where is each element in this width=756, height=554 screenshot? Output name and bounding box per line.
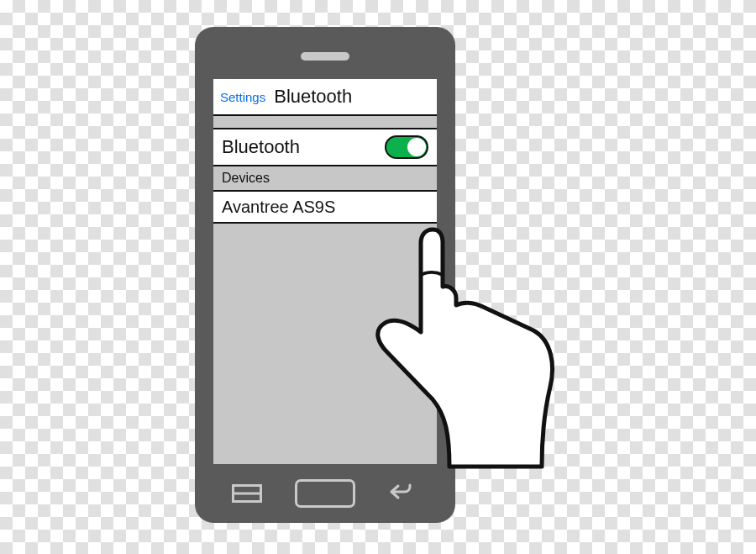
phone-speaker (301, 52, 349, 61)
devices-section-header: Devices (213, 166, 437, 192)
phone-frame: Settings Bluetooth Bluetooth Devices Ava… (195, 27, 455, 523)
bluetooth-toggle[interactable] (385, 135, 428, 159)
page-title: Bluetooth (274, 86, 352, 108)
toggle-knob (407, 138, 426, 156)
menu-button[interactable] (232, 484, 262, 503)
device-row[interactable]: Avantree AS9S (213, 192, 437, 224)
bluetooth-toggle-label: Bluetooth (222, 136, 300, 158)
back-link[interactable]: Settings (220, 90, 265, 104)
header-bar: Settings Bluetooth (213, 79, 437, 116)
screen: Settings Bluetooth Bluetooth Devices Ava… (213, 79, 437, 464)
back-button[interactable] (388, 483, 413, 504)
nav-bar (195, 464, 455, 523)
home-button[interactable] (295, 479, 355, 508)
bluetooth-toggle-row[interactable]: Bluetooth (213, 128, 437, 166)
